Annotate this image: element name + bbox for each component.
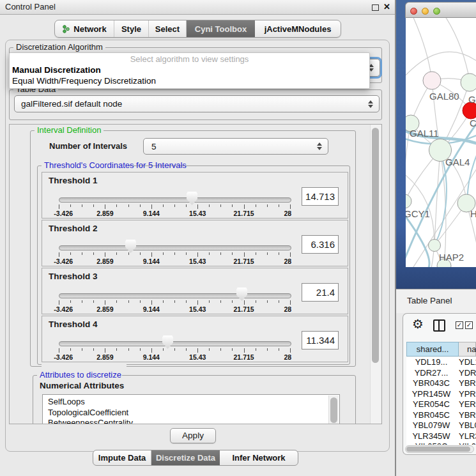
tick-label: 2.859 (96, 210, 113, 217)
cell[interactable]: YLR345W (406, 431, 456, 442)
table-row[interactable]: YPR145WYPR1 (406, 389, 476, 400)
gear-icon[interactable]: ⚙ (412, 317, 424, 331)
table-row[interactable]: YDL19...YDL1 (406, 357, 476, 368)
table-horizontal-scrollbar-thumb[interactable] (406, 447, 470, 452)
num-intervals-label: Number of Intervals (49, 141, 127, 151)
node-label-gal11: GAL11 (410, 128, 439, 139)
threshold-slider-track[interactable] (59, 245, 291, 250)
network-canvas[interactable]: GAL80 GA C GAL11 GAL4 GCY1 H HAP2 (406, 18, 476, 267)
checkbox-icon[interactable]: ✓ (465, 321, 473, 329)
tab-jactivemnodules[interactable]: jActiveMNodules (255, 20, 341, 37)
node-label-gal80: GAL80 (429, 91, 459, 102)
dropdown-placeholder: Select algorithm to view settings (10, 54, 369, 64)
table-row[interactable]: YBR045CYBR0 (406, 410, 476, 421)
cell[interactable]: YIL0 (456, 441, 476, 445)
threshold-value-field[interactable]: 6.316 (302, 235, 339, 254)
table-row[interactable]: YBL079WYBL0 (406, 420, 476, 431)
cell[interactable]: YBL0 (456, 420, 476, 431)
dropdown-option-equal-width[interactable]: Equal Width/Frequency Discretization (12, 76, 156, 86)
window-close-light-icon[interactable] (410, 8, 417, 15)
cell[interactable]: YBR043C (406, 378, 456, 389)
threshold-label: Threshold 2 (49, 224, 98, 233)
window-minimize-light-icon[interactable] (422, 8, 429, 15)
node-label-top-right: GA (468, 94, 476, 105)
bottom-tabbar: Impute Data Discretize Data Infer Networ… (93, 450, 298, 466)
tab-impute-data[interactable]: Impute Data (93, 450, 151, 465)
cell[interactable]: YER054C (406, 399, 456, 410)
settings-scrollbar[interactable] (370, 125, 381, 424)
num-intervals-combobox[interactable]: 5 (143, 138, 328, 155)
cell[interactable]: YIL052C (406, 441, 456, 445)
list-item[interactable]: TopologicalCoefficient (43, 408, 339, 418)
node-label-red: C (470, 118, 476, 128)
table-row[interactable]: YIL052CYIL0 (406, 441, 476, 445)
list-scrollbar-thumb[interactable] (330, 397, 337, 423)
control-panel-titlebar: Control Panel ✕ (0, 0, 395, 15)
table-data-combobox[interactable]: galFiltered.sif default node (14, 95, 380, 112)
threshold-slider-thumb[interactable] (236, 288, 247, 301)
cell[interactable]: YBR0 (456, 410, 476, 421)
threshold-slider-thumb[interactable] (187, 192, 197, 205)
checkbox-icon[interactable]: ✓ (456, 321, 463, 329)
threshold-label: Threshold 3 (49, 272, 98, 281)
cell[interactable]: YBR0 (456, 378, 476, 389)
cell[interactable]: YER0 (456, 399, 476, 410)
tick-label: 21.715 (234, 257, 254, 265)
settings-scrollbar-thumb[interactable] (372, 128, 379, 363)
column-header-name[interactable]: na (459, 342, 476, 357)
threshold-value-field[interactable]: 11.344 (302, 331, 339, 349)
window-zoom-light-icon[interactable] (433, 8, 440, 15)
cell[interactable]: YDL1 (456, 357, 476, 368)
threshold-slider-thumb[interactable] (162, 335, 173, 349)
threshold-slider-track[interactable] (59, 341, 291, 346)
tick-label: 9.144 (143, 353, 160, 361)
table-data-value: galFiltered.sif default node (21, 96, 122, 112)
split-columns-icon[interactable] (433, 319, 445, 332)
tab-network[interactable]: Network (55, 20, 114, 37)
tab-style[interactable]: Style (114, 20, 149, 37)
cell[interactable]: YDR27... (406, 368, 456, 379)
tab-infer-network[interactable]: Infer Network (220, 450, 298, 465)
cell[interactable]: YPR145W (406, 389, 456, 400)
tab-cyni-toolbox[interactable]: Cyni Toolbox (187, 20, 255, 37)
threshold-slider-thumb[interactable] (125, 240, 136, 253)
node-top-right[interactable] (461, 73, 476, 91)
table-row[interactable]: YLR345WYLR3 (406, 431, 476, 442)
cell[interactable]: YPR1 (456, 389, 476, 400)
tab-discretize-data[interactable]: Discretize Data (151, 450, 220, 465)
list-item[interactable]: BetweennessCentrality (43, 418, 339, 424)
node-hap2[interactable] (429, 240, 441, 252)
column-header-shared[interactable]: shared... (406, 342, 459, 357)
node-label-hap2: HAP2 (439, 252, 464, 263)
node-gcy1[interactable] (406, 194, 411, 208)
tick-label: 15.43 (189, 353, 206, 361)
tab-select[interactable]: Select (149, 20, 187, 37)
dropdown-option-manual[interactable]: Manual Discretization (12, 65, 101, 75)
table-row[interactable]: YDR27...YDR2 (406, 368, 476, 379)
threshold-slider-track[interactable] (59, 197, 291, 203)
settings-scrollpane: Interval Definition Number of Intervals … (9, 124, 382, 424)
cell[interactable]: YDL19... (406, 357, 456, 368)
cell[interactable]: YBL079W (406, 420, 456, 431)
tab-label: Infer Network (232, 453, 285, 463)
table-row[interactable]: YBR043CYBR0 (406, 378, 476, 389)
window-float-icon[interactable] (372, 4, 379, 11)
threshold-value-field[interactable]: 14.713 (302, 187, 339, 206)
cell[interactable]: YDR2 (456, 368, 476, 379)
table-row[interactable]: YER054CYER0 (406, 399, 476, 410)
list-item[interactable]: SelfLoops (43, 395, 339, 408)
threshold-value-field[interactable]: 21.4 (302, 283, 339, 302)
slider-ticks (59, 252, 291, 257)
thresholds-group: Threshold's Coordinates for 5 Intervals … (37, 165, 350, 365)
apply-button[interactable]: Apply (170, 428, 216, 443)
control-panel: Control Panel ✕ Network Style Select (0, 0, 395, 476)
thresholds-stack: Threshold 1 -3.426 2.859 9.144 15.43 21.… (42, 172, 348, 362)
list-scrollbar[interactable] (328, 395, 339, 424)
cell[interactable]: YLR3 (456, 431, 476, 442)
table-horizontal-scrollbar[interactable] (405, 445, 474, 453)
cell[interactable]: YBR045C (406, 410, 456, 421)
threshold-slider-track[interactable] (59, 293, 291, 298)
node-gal80[interactable] (423, 72, 441, 89)
table-rows: YDL19...YDL1 YDR27...YDR2 YBR043CYBR0 YP… (406, 357, 476, 445)
window-close-icon[interactable]: ✕ (383, 1, 390, 13)
